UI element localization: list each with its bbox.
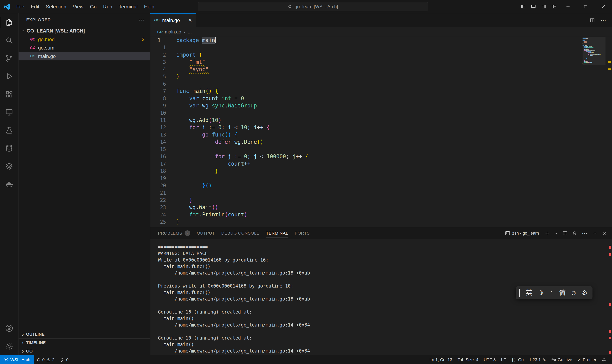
section-outline[interactable]: ›OUTLINE [19,330,150,338]
status-go-version[interactable]: 1.23.1✎ [526,357,549,362]
menu-help[interactable]: Help [141,0,157,13]
code-line[interactable]: 15 [150,146,612,153]
remote-indicator[interactable]: WSL: Arch [0,355,34,364]
ime-item-1[interactable]: ☽ [535,287,546,298]
panel-tab-debug-console[interactable]: DEBUG CONSOLE [221,227,260,239]
menu-terminal[interactable]: Terminal [116,0,141,13]
menu-edit[interactable]: Edit [27,0,43,13]
code-line[interactable]: 6 [150,80,612,88]
code-line[interactable]: 19 [150,175,612,182]
code-editor[interactable]: 1package main12import (3 "fmt"4 "sync"5)… [150,37,612,227]
sidebar-more-actions-icon[interactable]: ⋯ [139,16,145,24]
panel-tab-problems[interactable]: PROBLEMS2 [158,227,190,239]
activity-source-control-icon[interactable] [0,49,18,67]
panel-split-icon[interactable] [563,231,568,236]
menu-file[interactable]: File [13,0,27,13]
ime-item-5[interactable]: ⚙ [579,287,590,298]
status-go-live[interactable]: Go Live [549,357,575,362]
code-line[interactable]: 21 [150,189,612,196]
tab-close-icon[interactable]: ✕ [188,17,192,23]
activity-layers-icon[interactable] [0,157,18,175]
activity-run-debug-icon[interactable] [0,67,18,85]
ime-item-0[interactable]: 英 [524,287,535,298]
panel-tab-terminal[interactable]: TERMINAL [266,227,288,239]
code-line[interactable]: 8 var count int = 0 [150,95,612,102]
status-notifications[interactable] [599,358,609,362]
problems-status[interactable]: ⊘ 0 ⚠ 2 [34,355,57,364]
split-editor-icon[interactable] [590,18,595,23]
folder-root[interactable]: GO_LEARN [WSL: ARCH] [19,26,150,35]
activity-docker-icon[interactable] [0,175,18,193]
ime-item-2[interactable]: ' [546,287,557,298]
section-go[interactable]: ›GO [19,347,150,355]
status-tab-size[interactable]: Tab Size: 4 [455,357,481,362]
code-line[interactable]: 16 for j := 0; j < 100000; j++ { [150,153,612,160]
menu-view[interactable]: View [70,0,87,13]
panel-tab-ports[interactable]: PORTS [295,227,310,239]
minimize-button[interactable] [559,0,577,13]
code-line[interactable]: 1package main [150,37,612,44]
panel-tab-output[interactable]: OUTPUT [197,227,215,239]
status-cursor-position[interactable]: Ln 1, Col 13 [427,357,455,362]
code-line[interactable]: 22 } [150,196,612,204]
activity-database-icon[interactable] [0,139,18,157]
code-line[interactable]: 12 for i := 0; i < 10; i++ { [150,124,612,131]
breadcrumb[interactable]: GO main.go › … [150,27,612,37]
activity-search-icon[interactable] [0,31,18,49]
code-line[interactable]: 4 "sync" [150,66,612,73]
activity-remote-explorer-icon[interactable] [0,103,18,121]
code-line[interactable]: 11 wg.Add(10) [150,117,612,124]
toggle-primary-sidebar-icon[interactable] [518,0,528,13]
maximize-button[interactable] [577,0,594,13]
ime-item-3[interactable]: 简 [557,287,568,298]
panel-close-icon[interactable] [602,231,607,236]
panel-plus-icon[interactable] [545,231,550,236]
activity-testing-icon[interactable] [0,121,18,139]
menu-go[interactable]: Go [87,0,100,13]
file-main.go[interactable]: GOmain.go [19,52,150,60]
panel-chevron-down-icon[interactable] [554,231,558,235]
status-encoding[interactable]: UTF-8 [481,357,498,362]
code-line[interactable]: 17 count++ [150,160,612,168]
section-timeline[interactable]: ›TIMELINE [19,338,150,347]
code-line[interactable]: 1 [150,44,612,51]
ports-status[interactable]: 0 [57,355,71,364]
panel-ellipsis-icon[interactable]: ⋯ [582,230,588,236]
file-go.mod[interactable]: GOgo.mod2 [19,35,150,44]
tab-main-go[interactable]: GO main.go ✕ [150,13,196,27]
code-line[interactable]: 14 defer wg.Done() [150,138,612,146]
code-line[interactable]: 20 }() [150,182,612,189]
code-line[interactable]: 18 } [150,168,612,175]
code-line[interactable]: 3 "fmt" [150,58,612,66]
activity-accounts-icon[interactable] [0,319,18,337]
menu-run[interactable]: Run [100,0,116,13]
minimap[interactable] [583,38,606,64]
code-line[interactable]: 23 wg.Wait() [150,204,612,211]
terminal-instance[interactable]: zsh - go_learn [505,231,539,236]
toggle-panel-icon[interactable] [528,0,539,13]
status-language-mode[interactable]: {}Go [508,357,526,362]
code-line[interactable]: 9 var wg sync.WaitGroup [150,102,612,109]
breadcrumb-more[interactable]: … [187,29,192,35]
status-eol[interactable]: LF [498,357,509,362]
toggle-secondary-sidebar-icon[interactable] [539,0,549,13]
code-line[interactable]: 10 [150,109,612,117]
code-line[interactable]: 5) [150,73,612,80]
panel-trash-icon[interactable] [572,231,577,236]
breadcrumb-file[interactable]: main.go [165,29,181,35]
status-prettier[interactable]: ✓Prettier [575,357,599,362]
close-button[interactable] [594,0,612,13]
customize-layout-icon[interactable] [549,0,559,13]
panel-chevron-up-icon[interactable] [593,231,598,236]
activity-settings-icon[interactable] [0,337,18,355]
menu-selection[interactable]: Selection [43,0,70,13]
file-go.sum[interactable]: GOgo.sum [19,44,150,52]
activity-extensions-icon[interactable] [0,85,18,103]
command-center[interactable]: go_learn [WSL: Arch] [198,2,428,11]
code-line[interactable]: 25} [150,218,612,226]
code-line[interactable]: 13 go func() { [150,131,612,138]
code-line[interactable]: 24 fmt.Println(count) [150,211,612,218]
code-line[interactable]: 7func main() { [150,88,612,95]
code-line[interactable]: 2import ( [150,51,612,58]
activity-explorer-icon[interactable] [0,13,18,31]
